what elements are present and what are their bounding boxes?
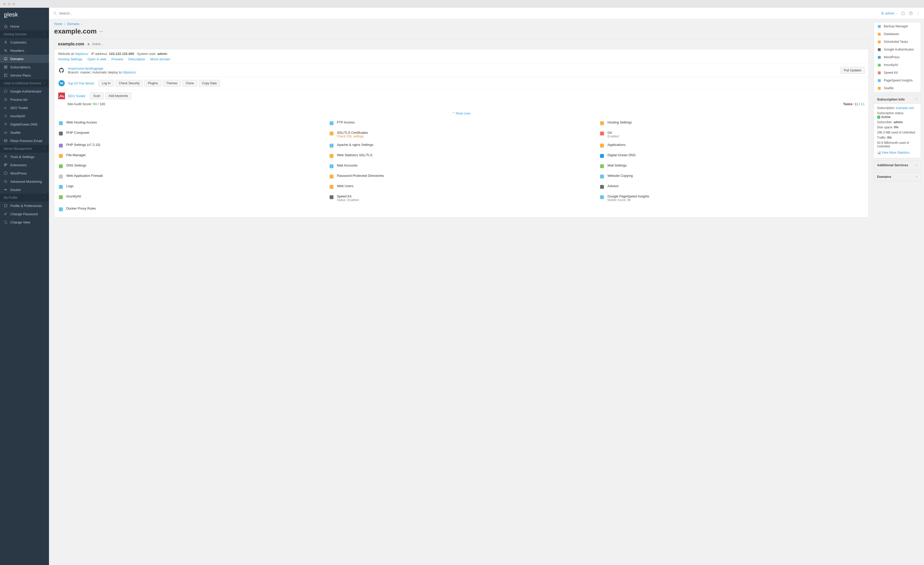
seo-tasks-link[interactable]: 11 bbox=[861, 102, 865, 106]
seo-toolkit-link[interactable]: SEO Toolkit bbox=[68, 94, 86, 98]
sidebar-item-wordpress[interactable]: WordPress bbox=[0, 169, 49, 177]
tool-item[interactable]: Hosting Settings bbox=[599, 119, 865, 127]
tool-item[interactable]: GitEnabled bbox=[599, 129, 865, 140]
sidebar-item-digitalocean[interactable]: DigitalOcean DNS bbox=[0, 120, 49, 128]
traffic-light-max[interactable] bbox=[12, 3, 15, 5]
sidebar-item-profile-prefs[interactable]: Profile & Preferences bbox=[0, 202, 49, 210]
help-icon[interactable] bbox=[909, 11, 913, 15]
subscription-info-head[interactable]: Subscription Info ⌃ bbox=[874, 95, 921, 104]
tool-item[interactable]: Applications bbox=[599, 141, 865, 150]
sidebar-section-hosting[interactable]: Hosting Services ⌃ bbox=[0, 30, 49, 38]
tool-item[interactable]: Website Copying bbox=[599, 172, 865, 181]
breadcrumb-domains[interactable]: Domains bbox=[67, 22, 80, 26]
sidebar-item-customers[interactable]: Customers bbox=[0, 38, 49, 46]
sidebar-item-imunifyav[interactable]: ImunifyAV bbox=[0, 112, 49, 120]
tool-item[interactable]: Logs bbox=[58, 183, 324, 191]
sidebar-item-monitoring[interactable]: Advanced Monitoring bbox=[0, 177, 49, 186]
domains-panel[interactable]: Domains ⌄ bbox=[874, 172, 921, 181]
quick-link-item[interactable]: Scheduled Tasks bbox=[874, 38, 921, 46]
hosting-settings-link[interactable]: Hosting Settings bbox=[58, 57, 82, 61]
quick-link-item[interactable]: Seafile bbox=[874, 84, 921, 92]
git-deploy-link[interactable]: httpdocs/ bbox=[123, 70, 136, 74]
wp-security-button[interactable]: Check Security bbox=[116, 80, 143, 87]
search-input[interactable] bbox=[59, 11, 878, 15]
sidebar-item-seo-toolkit[interactable]: SEO Toolkit bbox=[0, 103, 49, 112]
sidebar-item-change-password[interactable]: Change Password bbox=[0, 210, 49, 218]
tool-item[interactable]: ImunifyAV bbox=[58, 193, 324, 203]
breadcrumb-home[interactable]: Home bbox=[54, 22, 62, 26]
wp-themes-button[interactable]: Themes bbox=[163, 80, 181, 87]
status-label[interactable]: Active ⌄ bbox=[92, 42, 104, 46]
sidebar-item-domains[interactable]: Domains bbox=[0, 55, 49, 63]
sidebar-item-premium-email[interactable]: Plesk Premium Email bbox=[0, 136, 49, 145]
traffic-light-close[interactable] bbox=[3, 3, 6, 5]
sidebar-item-extensions[interactable]: Extensions bbox=[0, 161, 49, 169]
sidebar-item-process-list[interactable]: Process list bbox=[0, 95, 49, 103]
quick-link-item[interactable]: ImunifyAV bbox=[874, 61, 921, 69]
tool-item[interactable]: Google PageSpeed InsightsMobile Score: 9… bbox=[599, 193, 865, 203]
tool-item[interactable]: SSL/TLS CertificatesCheck SSL settings bbox=[329, 129, 594, 140]
open-in-web-link[interactable]: Open in web bbox=[87, 57, 106, 61]
tool-item[interactable]: Docker Proxy Rules bbox=[58, 205, 324, 214]
description-link[interactable]: Description bbox=[128, 57, 145, 61]
preview-link[interactable]: Preview bbox=[111, 57, 123, 61]
quick-link-item[interactable]: PageSpeed Insights bbox=[874, 76, 921, 84]
more-icon[interactable]: ⋮ bbox=[916, 11, 920, 15]
sidebar-section-server[interactable]: Server Management ⌃ bbox=[0, 145, 49, 153]
move-domain-link[interactable]: Move domain bbox=[150, 57, 170, 61]
seo-keywords-button[interactable]: Add keywords bbox=[105, 93, 131, 99]
seo-scan-button[interactable]: Scan bbox=[90, 93, 104, 99]
quick-link-item[interactable]: Speed Kit bbox=[874, 69, 921, 76]
view-more-stats-link[interactable]: View More Statistics bbox=[882, 151, 910, 154]
sidebar-item-seafile[interactable]: Seafile bbox=[0, 128, 49, 136]
user-menu[interactable]: admin ⌄ bbox=[880, 11, 897, 15]
tool-item[interactable]: Web Hosting Access bbox=[58, 119, 324, 127]
subscription-link[interactable]: example.com bbox=[896, 106, 914, 110]
sidebar-item-subscriptions[interactable]: Subscriptions bbox=[0, 63, 49, 71]
tool-item[interactable]: Digital Ocean DNS bbox=[599, 151, 865, 160]
more-icon[interactable]: ⋯ bbox=[99, 29, 103, 33]
sidebar-item-change-view[interactable]: Change View bbox=[0, 218, 49, 226]
sidebar-item-tools-settings[interactable]: Tools & Settings bbox=[0, 153, 49, 161]
sidebar-section-profile[interactable]: My Profile ⌃ bbox=[0, 194, 49, 202]
sidebar-item-resellers[interactable]: Resellers bbox=[0, 46, 49, 55]
search-box[interactable] bbox=[53, 11, 878, 15]
quick-link-item[interactable]: Backup Manager bbox=[874, 22, 921, 30]
pull-updates-button[interactable]: Pull Updates bbox=[840, 67, 865, 74]
tool-item[interactable]: Web Statistics SSL/TLS bbox=[329, 151, 594, 160]
sidebar-item-google-auth[interactable]: Google Authenticator bbox=[0, 87, 49, 95]
tool-item[interactable]: Advisor bbox=[599, 183, 865, 191]
quick-link-item[interactable]: Google Authenticator bbox=[874, 46, 921, 53]
sidebar-item-home[interactable]: Home bbox=[0, 22, 49, 30]
svg-line-30 bbox=[6, 182, 7, 183]
additional-services-panel[interactable]: Additional Services ⌄ bbox=[874, 160, 921, 169]
wp-clone-button[interactable]: Clone bbox=[182, 80, 197, 87]
wp-plugins-button[interactable]: Plugins bbox=[144, 80, 161, 87]
wp-login-button[interactable]: Log In bbox=[99, 80, 114, 87]
wordpress-site-link[interactable]: Top Of The World bbox=[68, 81, 94, 85]
sidebar-item-docker[interactable]: Docker bbox=[0, 186, 49, 194]
tool-sublabel: Mobile Score: 96 bbox=[608, 198, 649, 202]
tool-item[interactable]: Speed KitStatus: Enabled bbox=[329, 193, 594, 203]
tool-item[interactable]: Mail Accounts bbox=[329, 162, 594, 171]
sidebar-item-service-plans[interactable]: Service Plans bbox=[0, 71, 49, 79]
quick-link-item[interactable]: Databases bbox=[874, 30, 921, 38]
tool-item[interactable]: Web Users bbox=[329, 183, 594, 191]
tool-item[interactable]: File Manager bbox=[58, 151, 324, 160]
traffic-light-min[interactable] bbox=[8, 3, 10, 5]
quick-link-item[interactable]: WordPress bbox=[874, 53, 921, 61]
git-repo-link[interactable]: responsive-landingpage bbox=[68, 66, 104, 70]
tool-item[interactable]: PHP Settings (v7.3.10) bbox=[58, 141, 324, 150]
tool-item[interactable]: Apache & nginx Settings bbox=[329, 141, 594, 150]
show-less-toggle[interactable]: ⌃ Show Less bbox=[54, 109, 868, 119]
tool-item[interactable]: FTP Access bbox=[329, 119, 594, 127]
httpdocs-link[interactable]: httpdocs/ bbox=[75, 52, 88, 55]
wp-copydata-button[interactable]: Copy Data bbox=[199, 80, 220, 87]
tool-item[interactable]: DNS Settings bbox=[58, 162, 324, 171]
sidebar-section-links[interactable]: Links to Additional Services ⌃ bbox=[0, 79, 49, 87]
tool-item[interactable]: Password-Protected Directories bbox=[329, 172, 594, 181]
tool-item[interactable]: Web Application Firewall bbox=[58, 172, 324, 181]
notification-icon[interactable] bbox=[901, 11, 905, 15]
tool-item[interactable]: Mail Settings bbox=[599, 162, 865, 171]
tool-item[interactable]: PHP Composer bbox=[58, 129, 324, 140]
